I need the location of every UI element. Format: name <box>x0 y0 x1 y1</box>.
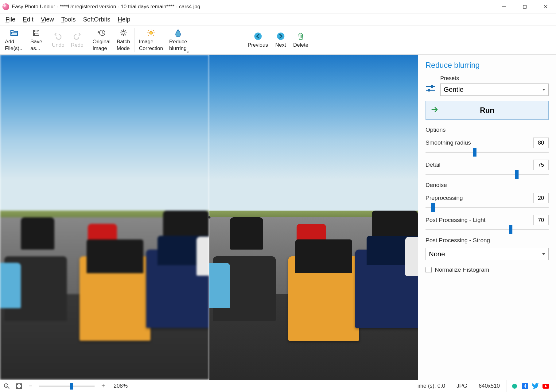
svg-rect-30 <box>431 85 433 88</box>
smoothing-value[interactable]: 80 <box>533 138 549 148</box>
menu-view[interactable]: View <box>37 14 58 25</box>
slider-thumb[interactable] <box>515 170 519 179</box>
save-as-label: Saveas... <box>30 38 42 52</box>
redo-button[interactable]: Redo <box>68 26 87 54</box>
svg-line-15 <box>125 30 126 31</box>
post-strong-select[interactable]: None <box>426 248 549 260</box>
preprocessing-slider[interactable] <box>426 207 549 208</box>
preprocessing-slider-group: Preprocessing 20 <box>426 193 549 208</box>
presets-value: Gentle <box>444 86 464 94</box>
undo-button[interactable]: Undo <box>49 26 68 54</box>
menu-edit[interactable]: Edit <box>19 14 37 25</box>
previous-button[interactable]: Previous <box>245 26 271 54</box>
save-as-button[interactable]: Saveas... <box>27 26 46 54</box>
softorbits-link-icon[interactable] <box>511 383 518 390</box>
detail-slider[interactable] <box>426 174 549 175</box>
svg-point-7 <box>122 31 125 34</box>
normalize-checkbox[interactable]: Normalize Histogram <box>426 266 549 273</box>
menu-tools[interactable]: Tools <box>58 14 80 25</box>
run-label: Run <box>480 106 494 114</box>
run-button[interactable]: Run <box>426 101 549 120</box>
chevron-down-icon[interactable] <box>187 52 189 53</box>
clock-undo-icon <box>97 29 106 37</box>
zoom-percent: 208% <box>114 383 128 389</box>
menu-help[interactable]: Help <box>114 14 134 25</box>
maximize-button[interactable] <box>514 0 535 13</box>
batch-mode-button[interactable]: BatchMode <box>114 26 133 54</box>
sliders-icon <box>426 84 435 94</box>
add-files-label: AddFile(s)... <box>5 38 24 52</box>
svg-point-37 <box>512 384 517 389</box>
add-files-button[interactable]: AddFile(s)... <box>2 26 27 54</box>
preprocessing-label: Preprocessing <box>426 195 463 201</box>
close-button[interactable] <box>535 0 556 13</box>
image-correction-label: ImageCorrection <box>139 38 163 52</box>
menu-file[interactable]: File <box>2 14 19 25</box>
post-light-value[interactable]: 70 <box>533 215 549 225</box>
slider-thumb[interactable] <box>431 203 435 212</box>
side-panel: Reduce blurring Presets Gentle <box>418 55 556 380</box>
split-handle-icon[interactable] <box>208 214 211 221</box>
delete-button[interactable]: Delete <box>290 26 311 54</box>
preprocessing-value[interactable]: 20 <box>533 193 549 203</box>
zoom-slider[interactable] <box>39 386 95 387</box>
post-strong-label: Post Processing - Strong <box>426 237 549 244</box>
app-icon <box>2 3 9 10</box>
facebook-icon[interactable] <box>522 383 528 390</box>
image-correction-button[interactable]: ImageCorrection <box>136 26 166 54</box>
svg-point-16 <box>150 31 153 34</box>
reduce-blurring-label: Reduceblurring <box>169 38 187 52</box>
arrow-right-circle-icon <box>276 32 285 41</box>
zoom-fit-button[interactable] <box>15 382 23 390</box>
svg-line-12 <box>121 30 122 31</box>
slider-thumb[interactable] <box>473 148 476 157</box>
presets-label: Presets <box>440 75 549 82</box>
slider-thumb[interactable] <box>70 383 73 390</box>
undo-label: Undo <box>52 42 64 48</box>
reduce-blurring-button[interactable]: Reduceblurring <box>166 26 190 54</box>
zoom-out-button[interactable]: − <box>27 382 34 390</box>
svg-rect-4 <box>35 30 37 32</box>
post-light-slider-group: Post Processing - Light 70 <box>426 215 549 230</box>
presets-select[interactable]: Gentle <box>440 83 549 96</box>
slider-thumb[interactable] <box>509 225 512 234</box>
previous-label: Previous <box>248 42 268 48</box>
batch-mode-label: BatchMode <box>117 38 130 52</box>
post-light-slider[interactable] <box>426 229 549 230</box>
window-controls <box>493 0 556 13</box>
folder-open-icon <box>10 29 19 37</box>
svg-text:1: 1 <box>6 385 7 387</box>
detail-value[interactable]: 75 <box>533 160 549 170</box>
youtube-icon[interactable] <box>542 383 549 390</box>
smoothing-slider[interactable] <box>426 152 549 153</box>
checkbox-icon <box>426 267 432 273</box>
original-image-button[interactable]: OriginalImage <box>89 26 114 54</box>
denoise-label: Denoise <box>426 182 549 188</box>
status-format: JPG <box>452 380 472 392</box>
zoom-in-button[interactable]: + <box>99 382 107 390</box>
minimize-button[interactable] <box>493 0 514 13</box>
svg-rect-32 <box>428 89 430 91</box>
status-dimensions: 640x510 <box>474 380 504 392</box>
redo-icon <box>73 32 81 41</box>
gear-icon <box>119 29 128 37</box>
original-image-label: OriginalImage <box>92 38 111 52</box>
detail-slider-group: Detail 75 <box>426 160 549 175</box>
status-time: Time (s): 0.0 <box>410 380 449 392</box>
normalize-label: Normalize Histogram <box>435 266 489 273</box>
svg-rect-1 <box>523 5 526 8</box>
detail-label: Detail <box>426 161 441 168</box>
options-label: Options <box>426 126 549 133</box>
before-pane <box>0 55 209 380</box>
undo-icon <box>54 32 62 41</box>
trash-icon <box>297 32 305 41</box>
next-button[interactable]: Next <box>271 26 290 54</box>
next-label: Next <box>275 42 286 48</box>
twitter-icon[interactable] <box>532 383 539 390</box>
window-title: Easy Photo Unblur - ****Unregistered ver… <box>12 4 200 10</box>
svg-line-22 <box>153 35 154 36</box>
zoom-actual-button[interactable]: 1 <box>2 382 11 390</box>
menu-softorbits[interactable]: SoftOrbits <box>79 14 114 25</box>
image-preview[interactable] <box>0 55 418 380</box>
svg-rect-5 <box>34 33 38 36</box>
